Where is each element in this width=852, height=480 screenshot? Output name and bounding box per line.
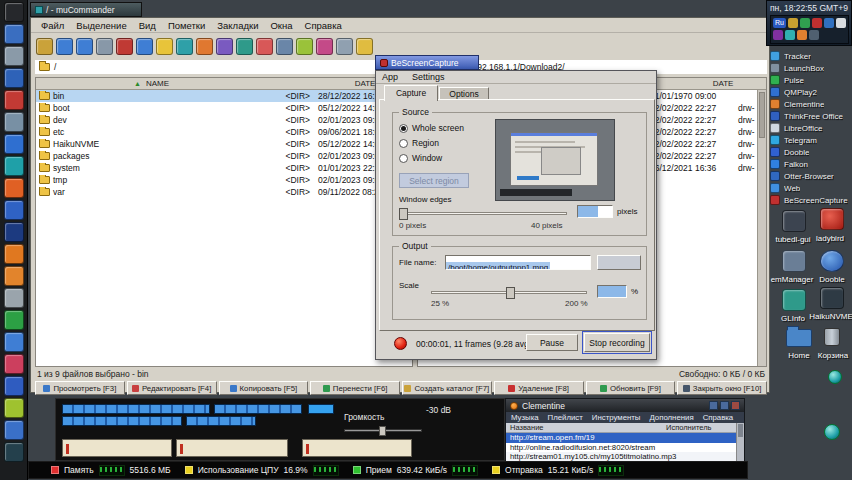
copy-button[interactable]: Копировать [F5]: [219, 381, 309, 395]
deskbar-item-otter[interactable]: Otter-Browser: [770, 170, 850, 182]
ladybird-icon[interactable]: [820, 208, 844, 230]
pause-button[interactable]: Pause: [526, 334, 578, 351]
menu-bookmarks[interactable]: Закладки: [211, 20, 264, 31]
browse-button[interactable]: [597, 255, 641, 270]
tray-icon-3[interactable]: [812, 18, 822, 28]
close-window-button[interactable]: Закрыть окно [F10]: [677, 381, 767, 395]
menu-file[interactable]: Файл: [35, 20, 70, 31]
menu-help[interactable]: Справка: [703, 413, 734, 422]
scrollbar-thumb[interactable]: [738, 424, 743, 437]
window-edges-value-field[interactable]: [577, 205, 613, 218]
deskbar-item-thinkfree[interactable]: ThinkFree Office: [770, 110, 850, 122]
dock-icon-2[interactable]: [4, 24, 24, 44]
deskbar-item-libreoffice[interactable]: LibreOffice: [770, 122, 850, 134]
deskbar-item-telegram[interactable]: Telegram: [770, 134, 850, 146]
dock-icon-9[interactable]: [4, 178, 24, 198]
scale-value-field[interactable]: [597, 285, 627, 298]
column-artist[interactable]: Исполнитель: [666, 423, 711, 432]
toolbar-refresh-icon[interactable]: [176, 38, 193, 55]
dooble-label[interactable]: Dooble: [802, 275, 852, 284]
toolbar-mark-icon[interactable]: [196, 38, 213, 55]
dock-icon-12[interactable]: [4, 244, 24, 264]
dock-icon-5[interactable]: [4, 90, 24, 110]
menu-tools[interactable]: Инструменты: [592, 413, 641, 422]
deskbar-item-pulse[interactable]: Pulse: [770, 74, 850, 86]
toolbar-unpack-icon[interactable]: [276, 38, 293, 55]
mucommander-title-tab[interactable]: / - muCommander: [30, 2, 142, 17]
tray-icon-6[interactable]: [773, 30, 783, 40]
volume-slider-thumb[interactable]: [379, 426, 386, 436]
menu-settings[interactable]: Settings: [412, 72, 445, 82]
toolbar-forward-icon[interactable]: [76, 38, 93, 55]
tray-icon-9[interactable]: [809, 30, 819, 40]
file-name-field[interactable]: /boot/home/outputppp1.mpg: [445, 255, 591, 270]
dock-icon-6[interactable]: [4, 112, 24, 132]
file-row-haikunvme[interactable]: HaikuNVME <DIR> 05/12/2022 14:05: [36, 138, 412, 150]
tray-icon-4[interactable]: [824, 18, 834, 28]
haikunvme-icon[interactable]: [820, 287, 844, 309]
deskbar-item-falkon[interactable]: Falkon: [770, 158, 850, 170]
refresh-button[interactable]: Обновить [F9]: [586, 381, 676, 395]
radio-window[interactable]: Window: [399, 153, 442, 163]
deskbar-item-web[interactable]: Web: [770, 182, 850, 194]
mixer-strip[interactable]: [176, 439, 288, 457]
toolbar-stop-icon[interactable]: [116, 38, 133, 55]
stop-recording-button[interactable]: Stop recording: [584, 333, 650, 352]
mixer-strip[interactable]: [302, 439, 412, 457]
clock[interactable]: пн, 18:22:55 GMT+9: [770, 3, 848, 13]
menu-playlist[interactable]: Плейлист: [548, 413, 583, 422]
emmanager-icon[interactable]: [782, 250, 806, 272]
deskbar-item-qmplay2[interactable]: QMPlay2: [770, 86, 850, 98]
right-panel-scrollbar[interactable]: [757, 90, 766, 366]
dock-icon-21[interactable]: [4, 442, 24, 462]
scale-slider[interactable]: [431, 291, 587, 294]
toolbar-back-icon[interactable]: [56, 38, 73, 55]
home-folder-icon[interactable]: [786, 329, 812, 347]
toolbar-equal-icon[interactable]: [236, 38, 253, 55]
file-row-boot[interactable]: boot <DIR> 05/12/2022 14:05: [36, 102, 412, 114]
column-header-size[interactable]: [264, 78, 312, 89]
toolbar-go-icon[interactable]: [136, 38, 153, 55]
window-edges-slider[interactable]: [399, 212, 567, 215]
dock-icon-8[interactable]: [4, 156, 24, 176]
file-row-system[interactable]: system <DIR> 01/01/2023 22:23: [36, 162, 412, 174]
toolbar-home-icon[interactable]: [156, 38, 173, 55]
dock-icon-17[interactable]: [4, 354, 24, 374]
menu-marks[interactable]: Пометки: [162, 20, 211, 31]
playlist-row[interactable]: http://online.radiodifusion.net:8020/str…: [506, 443, 738, 453]
dock-icon-3[interactable]: [4, 46, 24, 66]
glinfo-icon[interactable]: [782, 289, 806, 311]
file-row-bin[interactable]: bin <DIR> 28/12/2022 16:18: [36, 90, 412, 102]
dock-icon-4[interactable]: [4, 68, 24, 88]
toolbar-parent-icon[interactable]: [96, 38, 113, 55]
file-row-dev[interactable]: dev <DIR> 02/01/2023 09:03: [36, 114, 412, 126]
tray-icon-2[interactable]: [800, 18, 810, 28]
dock-icon-1[interactable]: [4, 2, 24, 22]
dock-icon-11[interactable]: [4, 222, 24, 242]
toolbar-swap-icon[interactable]: [216, 38, 233, 55]
file-row-etc[interactable]: etc <DIR> 09/06/2021 18:06: [36, 126, 412, 138]
column-header-date[interactable]: DATE: [674, 79, 766, 88]
dock-icon-7[interactable]: [4, 134, 24, 154]
menu-music[interactable]: Музыка: [511, 413, 539, 422]
menu-app[interactable]: App: [382, 72, 398, 82]
toolbar-server-icon[interactable]: [336, 38, 353, 55]
deskbar-item-clementine[interactable]: Clementine: [770, 98, 850, 110]
desktop-sphere-icon[interactable]: [828, 370, 842, 384]
dooble-icon[interactable]: [820, 250, 844, 272]
move-button[interactable]: Перенести [F6]: [310, 381, 400, 395]
keyboard-layout-indicator[interactable]: Ru: [773, 18, 786, 28]
menu-windows[interactable]: Окна: [264, 20, 298, 31]
column-title[interactable]: Название: [510, 423, 544, 432]
trash-icon[interactable]: [824, 328, 840, 346]
toolbar-new-window-icon[interactable]: [36, 38, 53, 55]
mixer-strip[interactable]: [62, 439, 172, 457]
dock-icon-13[interactable]: [4, 266, 24, 286]
dock-icon-18[interactable]: [4, 376, 24, 396]
dock-icon-14[interactable]: [4, 288, 24, 308]
menu-selection[interactable]: Выделение: [70, 20, 132, 31]
tubedl-gui-icon[interactable]: [782, 210, 806, 232]
deskbar-item-launchbox[interactable]: LaunchBox: [770, 62, 850, 74]
scrollbar-thumb[interactable]: [759, 92, 765, 138]
menu-help[interactable]: Справка: [299, 20, 348, 31]
